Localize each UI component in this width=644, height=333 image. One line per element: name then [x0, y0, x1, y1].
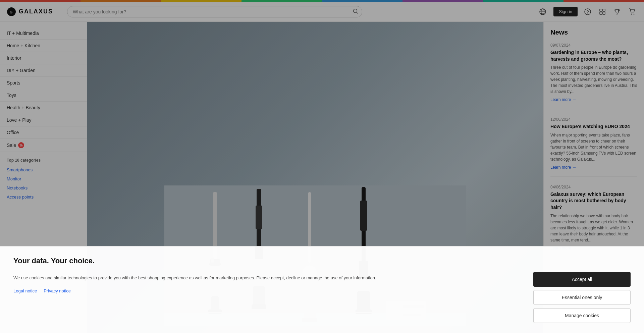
legal-notice-link[interactable]: Legal notice	[13, 288, 37, 293]
accept-all-button[interactable]: Accept all	[533, 272, 631, 287]
privacy-notice-link[interactable]: Privacy notice	[44, 288, 71, 293]
cookie-buttons: Accept all Essential ones only Manage co…	[533, 272, 631, 323]
cookie-description: We use cookies and similar technologies …	[13, 275, 513, 282]
cookie-modal: Your data. Your choice. We use cookies a…	[0, 246, 644, 333]
cookie-links: Legal notice Privacy notice	[13, 288, 513, 293]
cookie-title: Your data. Your choice.	[13, 257, 631, 265]
cookie-text-area: We use cookies and similar technologies …	[13, 272, 513, 293]
cookie-content: We use cookies and similar technologies …	[13, 272, 631, 323]
manage-cookies-button[interactable]: Manage cookies	[533, 308, 631, 323]
essential-only-button[interactable]: Essential ones only	[533, 290, 631, 305]
